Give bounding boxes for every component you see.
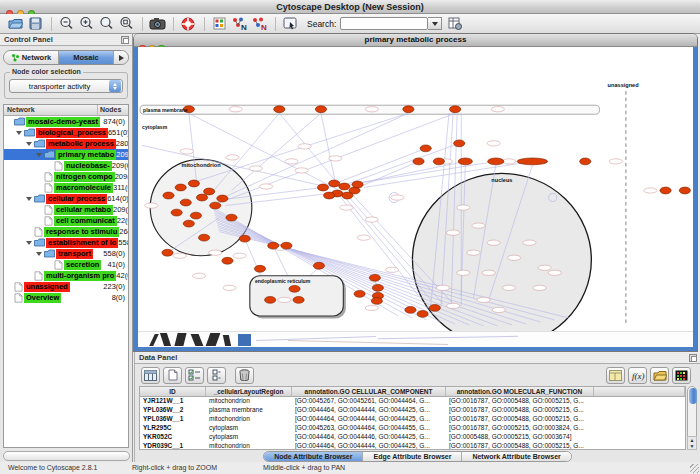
zoom-fit-icon[interactable] [117, 16, 135, 32]
dropdown-stepper-icon [109, 80, 121, 92]
tree-row-count: 223(0) [103, 282, 128, 291]
disclosure-triangle-icon[interactable] [36, 150, 44, 159]
help-lifebuoy-icon[interactable] [179, 16, 197, 32]
filter-icon[interactable] [446, 16, 464, 32]
tree-row[interactable]: transport558(0) [4, 248, 128, 259]
main-toolbar: N N Search: [0, 14, 700, 34]
attribute-table-header: ID_cellularLayoutRegionannotation.GO CEL… [140, 387, 685, 397]
disclosure-triangle-icon[interactable] [26, 238, 34, 247]
tree-row[interactable]: response to stimulu264(0) [4, 226, 128, 237]
tab-node-attribute-browser[interactable]: Node Attribute Browser [264, 452, 363, 461]
float-panel-icon[interactable] [121, 36, 129, 44]
tabs-overflow-icon[interactable] [114, 51, 128, 64]
resize-grip[interactable] [690, 464, 699, 473]
tree-row[interactable]: cellular metabo209(0) [4, 204, 128, 215]
save-icon[interactable] [26, 16, 44, 32]
table-row[interactable]: YDR039C__1mitochondrion[GO:0044464, GO:0… [140, 442, 685, 450]
tree-row[interactable]: unassigned223(0) [4, 281, 128, 292]
zoom-selected-icon[interactable] [97, 16, 115, 32]
disclosure-triangle-icon[interactable] [16, 128, 24, 137]
unselect-attributes-icon[interactable] [207, 367, 226, 384]
vscroll-arrows[interactable]: ▲▼ [687, 436, 697, 450]
attribute-table[interactable]: ID_cellularLayoutRegionannotation.GO CEL… [139, 386, 686, 450]
function-builder-icon[interactable]: f(x) [628, 367, 647, 384]
tree-col-nodes[interactable]: Nodes [98, 105, 128, 115]
window-title: Cytoscape Desktop (New Session) [0, 2, 700, 12]
tree-row[interactable]: macromolecule311(0) [4, 182, 128, 193]
search-input[interactable] [340, 17, 428, 30]
tab-mosaic[interactable]: Mosaic [59, 51, 114, 64]
zoom-out-icon[interactable] [57, 16, 75, 32]
destroy-network-icon[interactable]: N [250, 16, 268, 32]
delete-attribute-icon[interactable] [235, 367, 254, 384]
table-icon[interactable] [141, 367, 160, 384]
table-cell: YDR039C__1 [140, 442, 206, 450]
svg-text:mitochondrion: mitochondrion [181, 162, 221, 168]
tab-edge-attribute-browser[interactable]: Edge Attribute Browser [363, 452, 462, 461]
tree-row[interactable]: nucleobase-209(0) [4, 160, 128, 171]
table-row[interactable]: YJR121W__1mitochondrion[GO:0045267, GO:0… [140, 397, 685, 406]
color-attribute-dropdown[interactable]: transporter activity [9, 79, 123, 93]
network-tree-header: Network Nodes [4, 105, 128, 116]
tree-col-network[interactable]: Network [4, 105, 98, 115]
tab-network-label: Network [22, 53, 52, 62]
tree-row[interactable]: cell communicat22(0) [4, 215, 128, 226]
vizmapper-icon[interactable] [210, 16, 228, 32]
column-header[interactable]: ID [140, 387, 206, 396]
tree-row[interactable]: secretion41(0) [4, 259, 128, 270]
search-dropdown-icon[interactable] [428, 17, 442, 30]
table-row[interactable]: YPL036W__1mitochondrion[GO:0044464, GO:0… [140, 415, 685, 424]
matrix-view-icon[interactable] [672, 367, 691, 384]
tree-row[interactable]: primary metabo209(... [4, 149, 128, 160]
group-label: Node color selection [10, 68, 83, 75]
annotation-icon[interactable] [281, 16, 299, 32]
open-file-icon[interactable] [6, 16, 24, 32]
network-window-title: primary metabolic process [134, 35, 697, 44]
zoom-in-icon[interactable] [77, 16, 95, 32]
disclosure-triangle-icon[interactable] [26, 194, 34, 203]
tree-row[interactable]: Overview8(0) [4, 292, 128, 303]
tree-row[interactable]: establishment of lo558(0) [4, 237, 128, 248]
tree-row[interactable]: metabolic process280(0) [4, 138, 128, 149]
import-attributes-icon[interactable] [650, 367, 669, 384]
tree-row[interactable]: mosaic-demo-yeast874(0) [4, 116, 128, 127]
tree-row[interactable]: biological_process651(0) [4, 127, 128, 138]
network-graph[interactable]: plasma membranecytoplasmmitochondrionnuc… [138, 47, 693, 331]
control-panel-hscrollbar[interactable] [3, 451, 130, 461]
tab-network[interactable]: Network [4, 51, 59, 64]
table-row[interactable]: YKR052Ccytoplasm[GO:0044464, GO:0044446,… [140, 433, 685, 442]
tree-row-count: 280(0) [116, 139, 128, 148]
file-icon [44, 183, 53, 193]
select-attributes-icon[interactable] [185, 367, 204, 384]
tree-row[interactable]: nitrogen compo209(0) [4, 171, 128, 182]
disclosure-triangle-icon[interactable] [26, 139, 34, 148]
browser-tabs: Node Attribute Browser Edge Attribute Br… [135, 451, 700, 462]
node-color-selection-group: Node color selection transporter activit… [4, 72, 128, 99]
column-header[interactable]: _cellularLayoutRegion [206, 387, 292, 396]
background-window-fragment [138, 331, 693, 347]
data-panel-float-icon[interactable] [689, 354, 697, 362]
new-attribute-icon[interactable] [163, 367, 182, 384]
column-header[interactable]: annotation.GO MOLECULAR_FUNCTION [446, 387, 594, 396]
network-window-titlebar[interactable]: primary metabolic process [134, 34, 697, 47]
svg-text:N: N [241, 23, 247, 31]
tree-row[interactable]: cellular process614(0) [4, 193, 128, 204]
tree-row[interactable]: multi-organism pro42(0) [4, 270, 128, 281]
tree-row-label: metabolic process [46, 139, 116, 149]
snapshot-camera-icon[interactable] [148, 16, 166, 32]
create-network-icon[interactable]: N [230, 16, 248, 32]
window-titlebar: Cytoscape Desktop (New Session) [0, 0, 700, 14]
svg-text:endoplasmic reticulum: endoplasmic reticulum [255, 278, 311, 284]
table-cell: [GO:0016787, GO:0005488, GO:0005215, G..… [446, 397, 594, 406]
attribute-panel-icon[interactable] [606, 367, 625, 384]
table-row[interactable]: YPL036W__2plasma membrane[GO:0044464, GO… [140, 406, 685, 415]
column-header[interactable]: annotation.GO CELLULAR_COMPONENT [292, 387, 446, 396]
network-canvas[interactable]: plasma membranecytoplasmmitochondrionnuc… [138, 47, 693, 331]
vscroll-thumb[interactable] [689, 388, 697, 404]
tab-network-attribute-browser[interactable]: Network Attribute Browser [462, 452, 570, 461]
tree-row-count: 209(0) [112, 161, 128, 170]
disclosure-triangle-icon[interactable] [36, 249, 44, 258]
data-panel-header: Data Panel [135, 352, 700, 364]
tree-row-count: 8(0) [112, 293, 128, 302]
table-row[interactable]: YLR295Ccytoplasm[GO:0045263, GO:0044464,… [140, 424, 685, 433]
